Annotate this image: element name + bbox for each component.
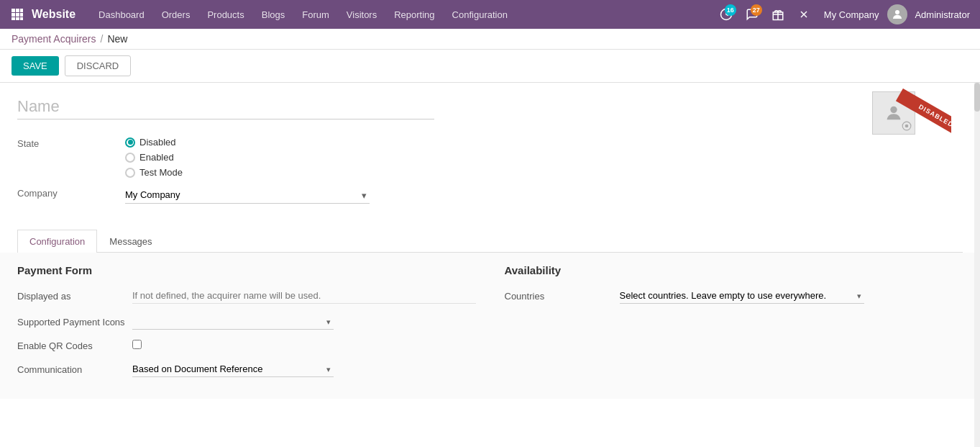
availability-section: Availability Countries Select countries.…: [505, 264, 963, 387]
payment-icons-value: [132, 314, 476, 330]
gift-icon[interactable]: [766, 3, 789, 26]
activities-button[interactable]: 16: [715, 3, 738, 26]
countries-row: Countries Select countries. Leave empty …: [505, 288, 963, 304]
nav-item-dashboard[interactable]: Dashboard: [90, 0, 153, 29]
logo-placeholder: [872, 91, 915, 135]
svg-rect-2: [20, 9, 23, 12]
radio-enabled-circle: [125, 153, 135, 163]
qr-codes-value: [132, 340, 476, 351]
breadcrumb-separator: /: [101, 33, 104, 45]
breadcrumb-current: New: [107, 33, 127, 45]
nav-right: 16 27 My Company Administrator: [715, 3, 974, 26]
svg-point-14: [890, 107, 897, 113]
messages-badge: 27: [751, 4, 762, 16]
payment-icons-select[interactable]: [132, 314, 334, 330]
svg-rect-7: [16, 17, 19, 20]
activities-badge: 16: [725, 4, 736, 16]
payment-form-section: Payment Form Displayed as Supported Paym…: [17, 264, 476, 387]
svg-rect-5: [20, 13, 23, 17]
svg-rect-4: [16, 13, 19, 17]
close-icon[interactable]: [792, 3, 815, 26]
breadcrumb-parent[interactable]: Payment Acquirers: [12, 33, 96, 45]
svg-rect-0: [12, 9, 15, 12]
countries-label: Countries: [505, 291, 620, 302]
qr-codes-row: Enable QR Codes: [17, 340, 476, 351]
svg-rect-8: [20, 17, 23, 20]
payment-form-title: Payment Form: [17, 264, 476, 276]
radio-testmode-circle: [125, 168, 135, 178]
company-label: Company: [17, 186, 125, 199]
payment-icons-label: Supported Payment Icons: [17, 317, 132, 328]
name-section: [0, 83, 980, 125]
form-fields: State Disabled Enabled: [0, 125, 980, 224]
communication-value: Based on Document Reference: [132, 361, 476, 377]
state-disabled-option[interactable]: Disabled: [125, 137, 963, 148]
svg-rect-6: [12, 17, 15, 20]
nav-item-configuration[interactable]: Configuration: [444, 0, 516, 29]
discard-button[interactable]: DISCARD: [65, 55, 132, 76]
save-button[interactable]: SAVE: [12, 56, 59, 76]
state-disabled-label: Disabled: [139, 137, 176, 148]
name-input[interactable]: [17, 94, 434, 119]
scrollbar-track[interactable]: [974, 83, 980, 447]
svg-rect-3: [12, 13, 15, 17]
availability-title: Availability: [505, 264, 963, 276]
radio-disabled-circle: [125, 137, 135, 148]
tab-configuration[interactable]: Configuration: [17, 230, 97, 253]
nav-item-reporting[interactable]: Reporting: [385, 0, 443, 29]
communication-row: Communication Based on Document Referenc…: [17, 361, 476, 377]
top-navigation: Website Dashboard Orders Products Blogs …: [0, 0, 980, 29]
qr-codes-checkbox[interactable]: [132, 340, 142, 349]
tab-messages[interactable]: Messages: [97, 230, 164, 253]
communication-label: Communication: [17, 364, 132, 375]
brand-logo[interactable]: Website: [32, 8, 75, 21]
grid-menu-icon[interactable]: [6, 3, 29, 26]
qr-codes-label: Enable QR Codes: [17, 340, 132, 351]
company-row: Company My Company: [17, 186, 963, 204]
state-testmode-label: Test Mode: [139, 167, 183, 178]
tab-content-configuration: Payment Form Displayed as Supported Paym…: [0, 253, 980, 399]
radio-disabled-dot: [128, 140, 133, 145]
toolbar: SAVE DISCARD: [0, 50, 980, 83]
avatar[interactable]: [887, 4, 907, 24]
payment-icons-select-wrap: [132, 314, 334, 330]
company-value: My Company: [125, 186, 963, 204]
state-radio-group: Disabled Enabled Test Mode: [125, 137, 963, 178]
state-row: State Disabled Enabled: [17, 137, 963, 178]
admin-name[interactable]: Administrator: [910, 9, 974, 20]
displayed-as-row: Displayed as: [17, 288, 476, 304]
nav-menu: Dashboard Orders Products Blogs Forum Vi…: [90, 0, 715, 29]
svg-rect-1: [16, 9, 19, 12]
payment-icons-row: Supported Payment Icons: [17, 314, 476, 330]
svg-point-13: [895, 10, 899, 14]
countries-select[interactable]: Select countries. Leave empty to use eve…: [620, 288, 864, 304]
nav-item-forum[interactable]: Forum: [293, 0, 338, 29]
displayed-as-input[interactable]: [132, 288, 476, 304]
displayed-as-value: [132, 288, 476, 304]
svg-point-15: [905, 125, 909, 128]
communication-select-wrap: Based on Document Reference: [132, 361, 334, 377]
tabs-bar: Configuration Messages: [17, 230, 963, 253]
breadcrumb: Payment Acquirers / New: [0, 29, 980, 50]
company-select[interactable]: My Company: [125, 186, 370, 204]
nav-item-blogs[interactable]: Blogs: [253, 0, 294, 29]
countries-value: Select countries. Leave empty to use eve…: [620, 288, 963, 304]
state-enabled-label: Enabled: [139, 152, 174, 163]
state-testmode-option[interactable]: Test Mode: [125, 167, 963, 178]
nav-item-visitors[interactable]: Visitors: [338, 0, 385, 29]
displayed-as-label: Displayed as: [17, 291, 132, 302]
company-name[interactable]: My Company: [818, 9, 885, 20]
scrollbar-thumb[interactable]: [974, 83, 980, 112]
nav-item-products[interactable]: Products: [198, 0, 252, 29]
countries-select-wrap: Select countries. Leave empty to use eve…: [620, 288, 864, 304]
messages-button[interactable]: 27: [741, 3, 764, 26]
company-select-wrap: My Company: [125, 186, 370, 204]
state-enabled-option[interactable]: Enabled: [125, 152, 963, 163]
state-label: State: [17, 137, 125, 149]
communication-select[interactable]: Based on Document Reference: [132, 361, 334, 377]
nav-item-orders[interactable]: Orders: [153, 0, 199, 29]
